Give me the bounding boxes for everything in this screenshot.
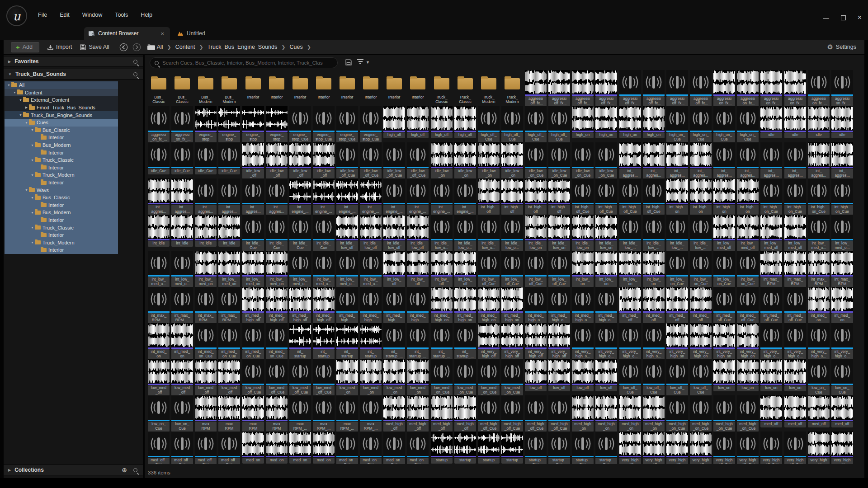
folder-tile[interactable]: Interior — [360, 70, 382, 101]
asset-tile[interactable]: med_on_Cue — [383, 432, 405, 464]
asset-tile[interactable]: int_high_off_Cue — [619, 178, 641, 215]
tree-item-bus_classic[interactable]: ▼Bus_Classic — [5, 194, 118, 202]
folder-tile[interactable]: Interior — [289, 70, 311, 101]
asset-tile[interactable]: low_off_Cue — [666, 359, 688, 396]
asset-tile[interactable]: med_on — [242, 432, 264, 464]
asset-tile[interactable]: med_high_off — [454, 395, 476, 432]
asset-tile[interactable]: very_high_on — [808, 432, 830, 464]
asset-tile[interactable]: idle — [784, 106, 806, 138]
asset-tile[interactable]: int_low_med_o... — [171, 251, 193, 287]
asset-tile[interactable]: med_high_on — [619, 395, 641, 432]
asset-tile[interactable]: startup — [431, 432, 453, 464]
asset-tile[interactable]: low_on_Cue — [148, 395, 170, 432]
asset-tile[interactable]: med_off — [808, 395, 830, 427]
asset-tile[interactable]: int_very_high_o... — [808, 323, 830, 360]
asset-tile[interactable]: idle_low_off_Cue — [407, 142, 429, 179]
asset-tile[interactable]: int_low_on_Cue — [690, 251, 712, 287]
tree-item-interior[interactable]: Interior — [5, 164, 118, 172]
asset-tile[interactable]: int_med_high_o... — [595, 287, 617, 324]
asset-tile[interactable]: low_off — [572, 359, 594, 391]
asset-tile[interactable]: int_max_RPM — [808, 251, 830, 287]
asset-tile[interactable]: int_high_on — [737, 178, 759, 215]
asset-tile[interactable]: idle_Cue — [148, 142, 170, 174]
asset-tile[interactable]: int_low_off_Cue — [501, 251, 523, 287]
asset-tile[interactable]: int_very_high_on — [737, 323, 759, 360]
asset-tile[interactable]: int_aggres... — [737, 142, 759, 179]
asset-tile[interactable]: aggressi_off_fx... — [643, 70, 665, 107]
asset-tile[interactable]: int_med_on_Cue — [195, 323, 217, 360]
asset-tile[interactable]: int_low_off_Cue — [525, 251, 547, 287]
asset-tile[interactable]: high_on — [643, 106, 665, 138]
asset-tile[interactable]: high_off — [454, 106, 476, 138]
asset-tile[interactable]: int_low_on — [595, 251, 617, 287]
forward-button[interactable] — [132, 43, 141, 52]
filter-button[interactable]: ▼ — [357, 59, 370, 65]
asset-tile[interactable]: engine_stop — [218, 106, 240, 143]
asset-tile[interactable]: aggressi_on_fx_... — [171, 106, 193, 143]
folder-tile[interactable]: Truck_Modern — [501, 70, 523, 105]
asset-tile[interactable]: low_med_off — [195, 359, 217, 396]
asset-tile[interactable]: int_med_high_off — [313, 287, 335, 324]
folder-tile[interactable]: Interior — [383, 70, 405, 101]
asset-tile[interactable]: very_high_off — [690, 432, 712, 464]
asset-tile[interactable]: low_on — [737, 359, 759, 391]
asset-tile[interactable]: int_idle_low_o... — [501, 215, 523, 251]
asset-tile[interactable]: int_low_med_on — [218, 251, 240, 287]
asset-tile[interactable]: very_high_off_Cue — [713, 432, 735, 464]
asset-tile[interactable]: int_idle_Cue — [242, 215, 264, 251]
asset-tile[interactable]: int_startup — [360, 323, 382, 360]
asset-tile[interactable]: low_on — [784, 359, 806, 391]
asset-tile[interactable]: int_aggres... — [666, 142, 688, 179]
folder-tile[interactable]: Bus_Classic — [148, 70, 170, 105]
asset-tile[interactable]: int_very_high_off — [525, 323, 547, 360]
asset-tile[interactable]: idle_Cue — [171, 142, 193, 174]
asset-tile[interactable]: int_very_high_o... — [643, 323, 665, 360]
asset-tile[interactable]: int_startup_... — [383, 323, 405, 360]
asset-tile[interactable]: int_low_on — [643, 251, 665, 287]
asset-tile[interactable]: high_on_Cue — [690, 106, 712, 143]
asset-tile[interactable]: startup_Cue — [548, 432, 570, 464]
tree-item-bus_modern[interactable]: ▼Bus_Modern — [5, 141, 118, 149]
asset-tile[interactable]: aggressi_on_fx_... — [831, 70, 853, 107]
tree-item-interior[interactable]: Interior — [5, 149, 118, 156]
folder-tile[interactable]: Truck_Modern — [478, 70, 500, 105]
asset-tile[interactable]: int_high_off_Cue — [595, 178, 617, 215]
asset-tile[interactable]: idle_Cue — [218, 142, 240, 174]
asset-tile[interactable]: low_on_Cue — [808, 359, 830, 396]
asset-tile[interactable]: med_on — [313, 432, 335, 464]
asset-tile[interactable]: low_med_off_Cue — [289, 359, 311, 396]
menu-window[interactable]: Window — [76, 9, 108, 21]
asset-tile[interactable]: int_low_med_o... — [148, 251, 170, 287]
tree-item-interior[interactable]: Interior — [5, 202, 118, 209]
asset-tile[interactable]: int_aggres... — [218, 178, 240, 215]
asset-tile[interactable]: int_med_off_Cue — [713, 287, 735, 324]
asset-tile[interactable]: int_low_med_o... — [313, 251, 335, 287]
tree-item-bus_modern[interactable]: ▼Bus_Modern — [5, 209, 118, 216]
asset-tile[interactable]: int_high_on — [713, 178, 735, 215]
asset-tile[interactable]: high_on_Cue — [713, 106, 735, 143]
asset-tile[interactable]: int_idle_low_... — [619, 215, 641, 251]
asset-tile[interactable]: int_high_off_Cue — [643, 178, 665, 215]
asset-tile[interactable]: int_med_on_Cue — [242, 323, 264, 360]
asset-tile[interactable]: int_aggres... — [266, 178, 288, 215]
asset-tile[interactable]: int_aggres... — [148, 178, 170, 215]
asset-tile[interactable]: idle_low_off — [242, 142, 264, 179]
asset-tile[interactable]: int_high_off — [525, 178, 547, 215]
asset-tile[interactable]: int_high_off_Cue — [572, 178, 594, 215]
save-all-button[interactable]: Save All — [80, 44, 109, 50]
asset-tile[interactable]: int_idle — [148, 215, 170, 247]
asset-tile[interactable]: int_aggres... — [808, 142, 830, 179]
asset-tile[interactable]: int_med_off_Cue — [737, 287, 759, 324]
tree-item-all[interactable]: ▼All — [5, 81, 118, 89]
asset-tile[interactable]: int_low_med_on — [242, 251, 264, 287]
asset-tile[interactable]: low_off — [595, 359, 617, 391]
asset-tile[interactable]: int_aggres... — [760, 142, 782, 179]
asset-tile[interactable]: int_idle_low_o... — [454, 215, 476, 251]
asset-tile[interactable]: idle_low_off — [313, 142, 335, 179]
asset-tile[interactable]: very_high_off_Cue — [784, 432, 806, 464]
asset-tile[interactable]: maxRPM_... — [360, 395, 382, 432]
asset-tile[interactable]: int_med_high_off — [242, 287, 264, 324]
asset-tile[interactable]: startup — [478, 432, 500, 464]
asset-tile[interactable]: idle — [808, 106, 830, 138]
tree-item-cues[interactable]: ▼Cues — [5, 119, 118, 127]
